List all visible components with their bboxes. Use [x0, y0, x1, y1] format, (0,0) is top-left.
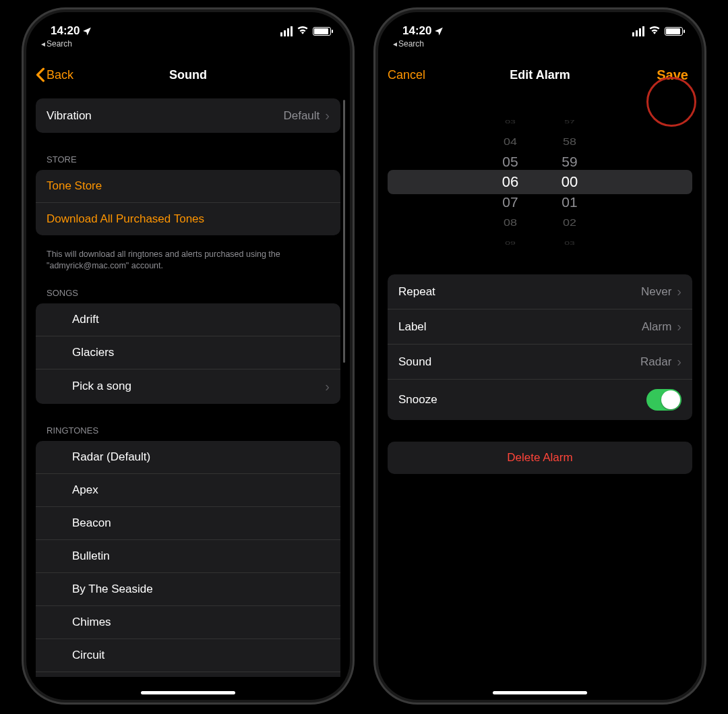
delete-group: Delete Alarm	[388, 442, 692, 474]
ringtone-cell[interactable]: Chimes	[36, 606, 340, 639]
vibration-cell[interactable]: Vibration Default›	[36, 98, 340, 133]
ringtone-cell[interactable]: Bulletin	[36, 540, 340, 573]
chevron-left-icon: ◂	[41, 39, 45, 49]
songs-group: Adrift Glaciers Pick a song ›	[36, 303, 340, 404]
wifi-icon	[648, 24, 661, 38]
hour-column[interactable]: 03 04 05 06 07 08 09	[497, 111, 524, 253]
notch	[479, 12, 601, 32]
battery-icon	[665, 27, 683, 36]
nav-bar: Back Sound	[26, 49, 350, 90]
back-button[interactable]: Back	[36, 67, 73, 82]
delete-alarm-button[interactable]: Delete Alarm	[388, 442, 692, 474]
chevron-right-icon: ›	[677, 284, 681, 299]
chevron-right-icon: ›	[677, 354, 681, 369]
ringtones-group: ✓Radar (Default) Apex Beacon Bulletin By…	[36, 441, 340, 677]
chevron-right-icon: ›	[325, 108, 330, 123]
song-cell[interactable]: Adrift	[36, 303, 340, 336]
status-time: 14:20	[51, 24, 80, 38]
songs-header: SONGS	[36, 274, 340, 303]
chevron-right-icon: ›	[325, 379, 330, 394]
store-header: STORE	[36, 141, 340, 170]
snooze-toggle[interactable]	[646, 389, 681, 411]
phone-right: 14:20 ◂ Search Cancel Edit Alarm Save 03…	[378, 12, 702, 700]
ringtone-cell[interactable]: By The Seaside	[36, 573, 340, 606]
ringtone-cell[interactable]: Constellation	[36, 672, 340, 677]
time-picker[interactable]: 03 04 05 06 07 08 09 57 58 59 00 01 02 0…	[388, 111, 692, 253]
song-cell[interactable]: Glaciers	[36, 336, 340, 369]
home-indicator[interactable]	[141, 691, 235, 694]
phone-left: 14:20 ◂ Search Back Sound Vibration Defa…	[26, 12, 350, 700]
repeat-cell[interactable]: Repeat Never›	[388, 274, 692, 309]
label-cell[interactable]: Label Alarm›	[388, 309, 692, 345]
vibration-group: Vibration Default›	[36, 98, 340, 133]
signal-icon	[632, 26, 644, 36]
store-footer: This will download all ringtones and ale…	[36, 243, 340, 274]
tone-store-cell[interactable]: Tone Store	[36, 170, 340, 203]
snooze-cell: Snooze	[388, 380, 692, 420]
ringtone-cell[interactable]: Circuit	[36, 639, 340, 672]
ringtone-cell[interactable]: Beacon	[36, 507, 340, 540]
alarm-settings-group: Repeat Never› Label Alarm› Sound Radar› …	[388, 274, 692, 420]
breadcrumb[interactable]: ◂ Search	[378, 38, 702, 49]
cancel-button[interactable]: Cancel	[388, 68, 425, 82]
scrollbar[interactable]	[343, 100, 345, 363]
chevron-right-icon: ›	[677, 319, 681, 334]
ringtone-cell[interactable]: ✓Radar (Default)	[36, 441, 340, 474]
page-title: Sound	[26, 68, 350, 82]
chevron-left-icon	[36, 67, 45, 82]
signal-icon	[280, 26, 293, 36]
save-button[interactable]: Save	[657, 67, 688, 83]
location-icon	[82, 26, 92, 36]
battery-icon	[313, 27, 331, 36]
breadcrumb[interactable]: ◂ Search	[26, 38, 350, 49]
pick-song-cell[interactable]: Pick a song ›	[36, 369, 340, 404]
notch	[127, 12, 249, 32]
status-time: 14:20	[402, 24, 431, 38]
download-all-cell[interactable]: Download All Purchased Tones	[36, 203, 340, 235]
page-title: Edit Alarm	[378, 68, 702, 82]
wifi-icon	[297, 24, 309, 38]
minute-column[interactable]: 57 58 59 00 01 02 03	[556, 111, 583, 253]
store-group: Tone Store Download All Purchased Tones	[36, 170, 340, 235]
nav-bar: Cancel Edit Alarm Save	[378, 49, 702, 91]
home-indicator[interactable]	[493, 691, 587, 694]
chevron-left-icon: ◂	[393, 39, 397, 49]
ringtone-cell[interactable]: Apex	[36, 474, 340, 507]
sound-cell[interactable]: Sound Radar›	[388, 345, 692, 380]
location-icon	[434, 26, 444, 36]
ringtones-header: RINGTONES	[36, 412, 340, 441]
check-icon: ✓	[36, 449, 47, 465]
